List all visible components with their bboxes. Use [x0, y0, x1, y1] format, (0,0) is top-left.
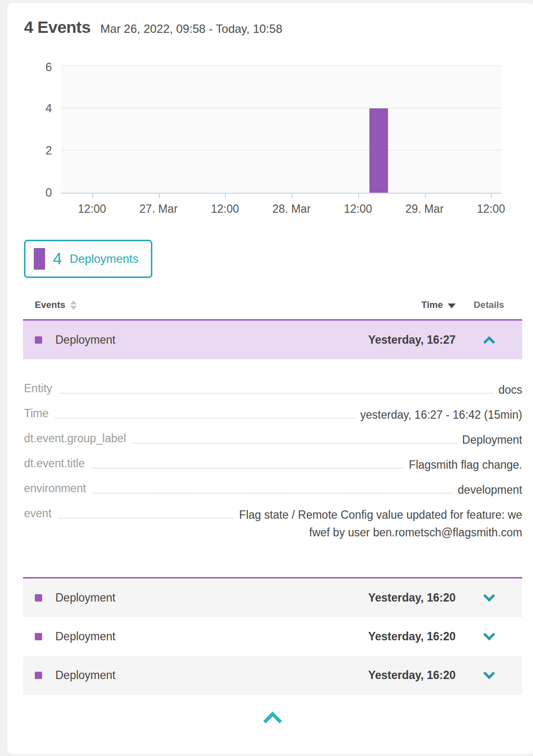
gridline-4 — [61, 107, 501, 108]
chevron-up-icon[interactable] — [483, 336, 495, 348]
deployment-marker-icon — [35, 672, 42, 679]
event-details-panel: Entity docs Time yesterday, 16:27 - 16:4… — [23, 359, 522, 577]
x-axis-tick: 12:00 — [344, 202, 372, 216]
x-axis-tickmark — [225, 193, 226, 198]
events-chart: 6 4 2 0 12:00 27. Mar 12:00 28. Mar 12:0… — [23, 65, 522, 228]
events-table: Events Time Details Deployment Yesterday… — [23, 300, 522, 695]
time-header-label: Time — [421, 300, 443, 310]
timeframe-label: Mar 26, 2022, 09:58 - Today, 10:58 — [100, 22, 282, 36]
chart-bar-deployments[interactable] — [369, 108, 388, 193]
detail-row-event: event Flag state / Remote Config value u… — [24, 506, 522, 541]
detail-label: event — [24, 506, 51, 521]
panel-header: 4 Events Mar 26, 2022, 09:58 - Today, 10… — [23, 18, 522, 37]
x-axis-tick: 27. Mar — [140, 202, 178, 216]
detail-label: Entity — [24, 381, 52, 396]
collapse-panel-icon[interactable] — [263, 711, 282, 730]
y-axis-tick: 4 — [46, 101, 52, 115]
x-axis-tick: 28. Mar — [272, 202, 311, 216]
x-axis-tickmark — [291, 193, 292, 198]
chevron-down-icon[interactable] — [483, 590, 495, 602]
table-row-deployment-2[interactable]: Deployment Yesterday, 16:20 — [23, 579, 522, 617]
legend-label: Deployments — [70, 252, 138, 266]
y-axis-tick: 2 — [46, 144, 52, 157]
detail-row-environment: environment development — [24, 481, 522, 499]
event-type-label: Deployment — [55, 669, 333, 682]
detail-row-title: dt.event.title Flagsmith flag change. — [24, 456, 522, 474]
sort-desc-icon — [448, 303, 456, 308]
deployment-marker-icon — [35, 594, 42, 602]
leader-dots — [93, 481, 453, 494]
x-axis-tickmark — [159, 193, 160, 198]
x-axis-tick: 12:00 — [78, 202, 106, 216]
chevron-down-icon[interactable] — [483, 629, 495, 640]
x-axis-tick: 29. Mar — [406, 202, 444, 216]
table-row-deployment-3[interactable]: Deployment Yesterday, 16:20 — [23, 617, 522, 656]
x-axis-tick: 12:00 — [477, 202, 506, 216]
column-header-details: Details — [456, 300, 522, 310]
event-time: Yesterday, 16:27 — [333, 333, 456, 347]
event-type-label: Deployment — [55, 333, 333, 347]
detail-label: dt.event.group_label — [24, 431, 126, 446]
legend-deployments-toggle[interactable]: 4 Deployments — [24, 240, 152, 278]
leader-dots — [59, 381, 494, 394]
event-time: Yesterday, 16:20 — [333, 669, 456, 682]
x-axis-tickmark — [92, 193, 93, 198]
detail-row-group-label: dt.event.group_label Deployment — [24, 431, 522, 449]
deployment-marker-icon — [35, 633, 42, 640]
detail-label: Time — [24, 406, 48, 421]
detail-value: development — [458, 481, 522, 499]
deployment-marker-icon — [35, 336, 42, 344]
event-time: Yesterday, 16:20 — [333, 591, 456, 605]
event-group-expanded: Deployment Yesterday, 16:27 Entity docs … — [23, 319, 522, 579]
leader-dots — [58, 506, 233, 519]
events-panel: 4 Events Mar 26, 2022, 09:58 - Today, 10… — [7, 3, 533, 754]
detail-label: dt.event.title — [24, 456, 85, 471]
event-time: Yesterday, 16:20 — [333, 630, 456, 643]
x-axis-tickmark — [358, 193, 359, 198]
event-type-label: Deployment — [55, 630, 333, 643]
table-row-deployment-1[interactable]: Deployment Yesterday, 16:27 — [23, 321, 522, 359]
y-axis-tick: 0 — [46, 186, 52, 200]
x-axis-tick: 12:00 — [211, 202, 240, 216]
detail-value: yesterday, 16:27 - 16:42 (15min) — [360, 406, 522, 424]
leader-dots — [133, 431, 457, 444]
x-axis-tickmark — [425, 193, 426, 198]
gridline-2 — [61, 150, 501, 151]
leader-dots — [92, 456, 404, 469]
sort-icon — [70, 301, 77, 310]
detail-value: docs — [498, 381, 522, 399]
page-title: 4 Events — [24, 18, 91, 37]
y-axis-tick: 6 — [46, 60, 52, 74]
events-header-label: Events — [35, 300, 65, 310]
detail-value: Flag state / Remote Config value updated… — [238, 506, 522, 541]
chart-plot-area: 6 4 2 0 12:00 27. Mar 12:00 28. Mar 12:0… — [61, 65, 501, 194]
legend-count: 4 — [53, 250, 62, 268]
column-header-time[interactable]: Time — [333, 300, 456, 310]
chevron-down-icon[interactable] — [483, 667, 495, 679]
detail-row-entity: Entity docs — [24, 381, 522, 399]
detail-row-time: Time yesterday, 16:27 - 16:42 (15min) — [24, 406, 522, 424]
deployments-swatch-icon — [34, 248, 45, 270]
table-header-row: Events Time Details — [23, 300, 522, 319]
table-row-deployment-4[interactable]: Deployment Yesterday, 16:20 — [23, 656, 522, 695]
detail-value: Deployment — [462, 431, 522, 449]
x-axis-tickmark — [491, 193, 492, 198]
event-type-label: Deployment — [55, 591, 333, 605]
leader-dots — [55, 406, 355, 419]
column-header-events[interactable]: Events — [35, 300, 333, 310]
detail-value: Flagsmith flag change. — [409, 456, 522, 474]
detail-label: environment — [24, 481, 86, 496]
